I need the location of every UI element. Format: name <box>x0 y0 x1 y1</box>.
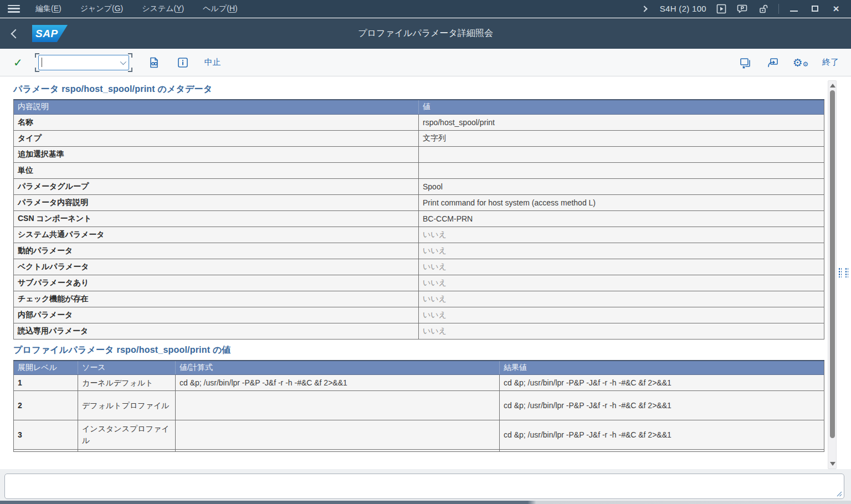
table-row[interactable]: 単位 <box>14 162 824 178</box>
splitter-grip-icon[interactable] <box>838 267 849 278</box>
command-field-focus-frame <box>35 53 132 72</box>
menu-goto[interactable]: ジャンプ(G) <box>80 4 124 14</box>
new-session-star-icon[interactable] <box>738 55 752 70</box>
table-row[interactable]: パラメータ内容説明Print command for host system (… <box>14 194 824 210</box>
find-document-icon[interactable] <box>147 55 161 70</box>
table-row[interactable]: 動的パラメータいいえ <box>14 243 824 259</box>
table-row[interactable]: 2 デフォルトプロファイル cd &p; /usr/bin/lpr -P&P -… <box>14 391 824 420</box>
hamburger-menu-icon[interactable] <box>8 5 20 13</box>
sap-logo[interactable]: SAP <box>32 25 68 42</box>
command-field[interactable] <box>38 55 129 70</box>
info-icon[interactable] <box>176 55 190 70</box>
ok-check-icon[interactable]: ✓ <box>13 56 23 69</box>
sap-gui-window: 編集(E) ジャンプ(G) システム(Y) ヘルプ(H) S4H (2) 100… <box>0 0 851 504</box>
system-id-label: S4H (2) 100 <box>660 4 706 13</box>
exit-button[interactable]: 終了 <box>822 57 839 68</box>
scroll-down-icon[interactable] <box>830 462 835 466</box>
scrollbar-thumb[interactable] <box>830 90 835 438</box>
page-title: プロファイルパラメータ詳細照会 <box>0 28 851 39</box>
table-row[interactable]: 追加選択基準 <box>14 146 824 162</box>
menu-items: 編集(E) ジャンプ(G) システム(Y) ヘルプ(H) <box>35 4 238 14</box>
table-row-clipped <box>14 450 824 452</box>
column-header-result: 結果値 <box>500 361 824 375</box>
table-row[interactable]: 内部パラメータいいえ <box>14 307 824 323</box>
table-row[interactable]: 3 インスタンスプロファイル cd &p; /usr/bin/lpr -P&P … <box>14 420 824 450</box>
table-row[interactable]: CSN コンポーネントBC-CCM-PRN <box>14 210 824 227</box>
column-header-value: 値 <box>419 100 824 114</box>
settings-gears-icon[interactable]: ⚙⚙ <box>793 55 808 70</box>
status-message-bar[interactable] <box>4 474 844 499</box>
taskbar-strip <box>0 501 851 504</box>
column-header-expression: 値/計算式 <box>176 361 500 375</box>
combo-dropdown-icon[interactable] <box>120 58 126 64</box>
table-row[interactable]: パラメータグループSpool <box>14 178 824 194</box>
vertical-scrollbar[interactable] <box>828 80 837 469</box>
values-section-heading: プロファイルパラメータ rspo/host_spool/print の値 <box>13 344 826 356</box>
title-bar: プロファイルパラメータ詳細照会 SAP <box>0 18 851 49</box>
menu-bar: 編集(E) ジャンプ(G) システム(Y) ヘルプ(H) S4H (2) 100… <box>0 0 851 18</box>
menu-help[interactable]: ヘルプ(H) <box>203 4 237 14</box>
metadata-section-heading: パラメータ rspo/host_spool/print のメタデータ <box>13 84 826 95</box>
table-row[interactable]: チェック機能が存在いいえ <box>14 291 824 307</box>
scroll-up-icon[interactable] <box>830 84 835 88</box>
performance-bubble-icon[interactable] <box>736 3 749 14</box>
application-toolbar: ✓ 中止 ⚙⚙ 終了 <box>0 49 851 76</box>
text-caret <box>42 58 43 67</box>
status-bar-zone <box>0 469 851 504</box>
chevron-right-icon[interactable] <box>641 6 647 12</box>
back-icon[interactable] <box>11 29 20 38</box>
minimize-icon[interactable] <box>788 3 800 14</box>
values-table-header-row: 展開レベル ソース 値/計算式 結果値 <box>14 361 824 375</box>
table-row[interactable]: ベクトルパラメータいいえ <box>14 259 824 275</box>
column-header-source: ソース <box>78 361 176 375</box>
table-row[interactable]: サブパラメータありいいえ <box>14 275 824 291</box>
menu-system[interactable]: システム(Y) <box>142 4 184 14</box>
content-area: パラメータ rspo/host_spool/print のメタデータ 内容説明 … <box>0 77 826 469</box>
maximize-icon[interactable] <box>809 3 821 14</box>
divider <box>778 4 779 14</box>
table-row[interactable]: 1 カーネルデフォルト cd &p; /usr/bin/lpr -P&P -J&… <box>14 375 824 391</box>
interactive-session-icon[interactable] <box>715 3 727 14</box>
values-table: 展開レベル ソース 値/計算式 結果値 1 カーネルデフォルト cd &p; /… <box>13 360 824 452</box>
unlocked-padlock-icon[interactable] <box>757 3 770 14</box>
session-arrow-icon[interactable] <box>766 55 780 70</box>
menu-edit[interactable]: 編集(E) <box>35 4 61 14</box>
resize-grip-icon[interactable] <box>836 491 842 497</box>
table-row[interactable]: タイプ文字列 <box>14 130 824 146</box>
close-icon[interactable]: × <box>830 3 842 14</box>
cancel-button[interactable]: 中止 <box>204 57 221 68</box>
metadata-table: 内容説明 値 名称rspo/host_spool/print タイプ文字列 追加… <box>13 99 824 340</box>
column-header-description: 内容説明 <box>14 100 419 114</box>
table-row[interactable]: 読込専用パラメータいいえ <box>14 323 824 339</box>
column-header-level: 展開レベル <box>14 361 78 375</box>
table-row[interactable]: 名称rspo/host_spool/print <box>14 114 824 130</box>
table-row[interactable]: システム共通パラメータいいえ <box>14 227 824 243</box>
metadata-table-header-row: 内容説明 値 <box>14 100 824 114</box>
